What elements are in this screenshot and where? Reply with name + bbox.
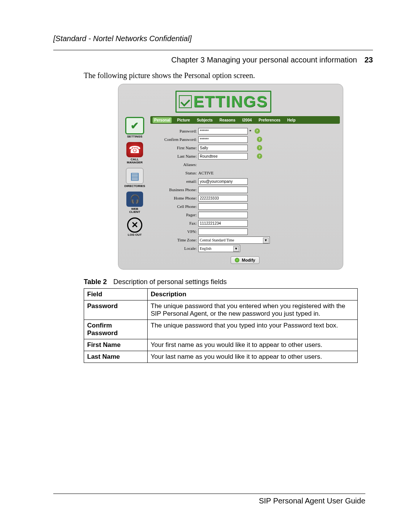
aliases-label: Aliases: bbox=[150, 162, 198, 167]
locale-select[interactable]: English bbox=[198, 245, 240, 252]
sidebar-label: SETTINGS bbox=[127, 135, 142, 138]
help-icon[interactable] bbox=[257, 153, 262, 159]
table-caption: Table 2 Description of personal settings… bbox=[84, 278, 373, 286]
header-rule bbox=[53, 50, 373, 50]
table-number: Table 2 bbox=[84, 278, 107, 286]
sidebar-label: LOG OUT bbox=[128, 233, 142, 236]
settings-logo: ETTINGS bbox=[175, 91, 271, 113]
vpn-label: VPN: bbox=[150, 229, 198, 234]
table-title: Description of personal settings fields bbox=[113, 278, 227, 286]
sidebar-item-directories[interactable]: DIRECTORIES bbox=[124, 168, 145, 188]
help-icon[interactable] bbox=[257, 137, 262, 142]
intro-text: The following picture shows the Personal… bbox=[84, 71, 373, 80]
status-value: ACTIVE bbox=[198, 171, 213, 175]
pager-input[interactable] bbox=[198, 212, 248, 218]
tab-help[interactable]: Help bbox=[286, 117, 297, 123]
tab-personal[interactable]: Personal bbox=[153, 117, 172, 123]
table-row: Last Name Your last name as you would li… bbox=[84, 351, 358, 363]
help-icon[interactable] bbox=[255, 128, 260, 134]
business-phone-label: Business Phone: bbox=[150, 187, 198, 192]
email-label: email: bbox=[150, 179, 198, 184]
sidebar-item-web-client[interactable]: WEB CLIENT bbox=[126, 192, 143, 214]
help-icon[interactable] bbox=[257, 145, 262, 150]
page-number: 23 bbox=[365, 56, 373, 64]
footer-text: SIP Personal Agent User Guide bbox=[259, 497, 365, 505]
modify-button[interactable]: Modify bbox=[231, 256, 259, 264]
cell-phone-label: Cell Phone: bbox=[150, 204, 198, 209]
cell-field: Password bbox=[84, 300, 148, 320]
sidebar-item-logout[interactable]: LOG OUT bbox=[127, 217, 142, 236]
tab-subjects[interactable]: Subjects bbox=[195, 117, 214, 123]
headset-icon bbox=[126, 192, 143, 207]
table-row: First Name Your first name as you would … bbox=[84, 339, 358, 351]
cell-field: First Name bbox=[84, 339, 148, 351]
sidebar-item-call-manager[interactable]: CALL MANAGER bbox=[126, 142, 143, 164]
fields-description-table: Field Description Password The unique pa… bbox=[84, 288, 358, 363]
table-row: Password The unique password that you en… bbox=[84, 300, 358, 320]
settings-icon bbox=[125, 117, 144, 134]
checkmark-icon bbox=[179, 95, 192, 108]
tab-picture[interactable]: Picture bbox=[175, 117, 191, 123]
password-label: Password: bbox=[150, 129, 198, 133]
phone-icon bbox=[126, 142, 143, 157]
chapter-line: Chapter 3 Managing your personal account… bbox=[53, 56, 373, 64]
chapter-title: Chapter 3 Managing your personal account… bbox=[171, 56, 357, 64]
footer-rule bbox=[53, 494, 365, 494]
fax-input[interactable] bbox=[198, 220, 248, 227]
cell-field: Confirm Password bbox=[84, 320, 148, 339]
table-header-description: Description bbox=[148, 289, 358, 300]
logo-text: ETTINGS bbox=[193, 93, 268, 111]
last-name-label: Last Name: bbox=[150, 154, 198, 158]
password-input[interactable] bbox=[198, 128, 248, 134]
last-name-input[interactable] bbox=[198, 153, 248, 160]
sidebar-item-settings[interactable]: SETTINGS bbox=[125, 117, 144, 138]
timezone-label: Time Zone: bbox=[150, 238, 198, 242]
confirm-password-input[interactable] bbox=[198, 136, 248, 143]
settings-tabs: Personal Picture Subjects Reasons I2004 … bbox=[150, 116, 340, 124]
tab-preferences[interactable]: Preferences bbox=[257, 117, 282, 123]
cell-description: Your last name as you would like it to a… bbox=[148, 351, 358, 363]
status-label: Status: bbox=[150, 171, 198, 175]
vpn-input[interactable] bbox=[198, 228, 248, 235]
sidebar-label: WEB CLIENT bbox=[129, 208, 140, 214]
fax-label: Fax: bbox=[150, 221, 198, 225]
email-input[interactable] bbox=[198, 178, 248, 185]
sidebar-label: DIRECTORIES bbox=[124, 185, 145, 188]
cell-description: The unique password that you entered whe… bbox=[148, 300, 358, 320]
table-row: Confirm Password The unique password tha… bbox=[84, 320, 358, 339]
home-phone-label: Home Phone: bbox=[150, 196, 198, 200]
logout-icon bbox=[127, 217, 142, 233]
settings-screenshot: ETTINGS SETTINGS CALL MANAGER DIRECTORIE… bbox=[118, 84, 343, 270]
locale-label: Locale: bbox=[150, 246, 198, 251]
first-name-input[interactable] bbox=[198, 145, 248, 151]
confirm-password-label: Confirm Password: bbox=[150, 137, 198, 142]
sidebar: SETTINGS CALL MANAGER DIRECTORIES WEB CL… bbox=[121, 116, 148, 236]
table-header-field: Field bbox=[84, 289, 148, 300]
required-star: * bbox=[249, 129, 252, 133]
tab-reasons[interactable]: Reasons bbox=[218, 117, 237, 123]
cell-field: Last Name bbox=[84, 351, 148, 363]
cell-description: The unique password that you typed into … bbox=[148, 320, 358, 339]
pager-label: Pager: bbox=[150, 212, 198, 217]
tab-i2004[interactable]: I2004 bbox=[241, 117, 253, 123]
directories-icon bbox=[126, 168, 143, 184]
first-name-label: First Name: bbox=[150, 145, 198, 150]
timezone-select[interactable]: Central Standard Time bbox=[198, 236, 270, 244]
sidebar-label: CALL MANAGER bbox=[127, 158, 142, 164]
confidential-header: [Standard - Nortel Networks Confidential… bbox=[53, 34, 373, 43]
cell-description: Your first name as you would like it to … bbox=[148, 339, 358, 351]
cell-phone-input[interactable] bbox=[198, 203, 248, 210]
home-phone-input[interactable] bbox=[198, 195, 248, 201]
business-phone-input[interactable] bbox=[198, 187, 248, 193]
